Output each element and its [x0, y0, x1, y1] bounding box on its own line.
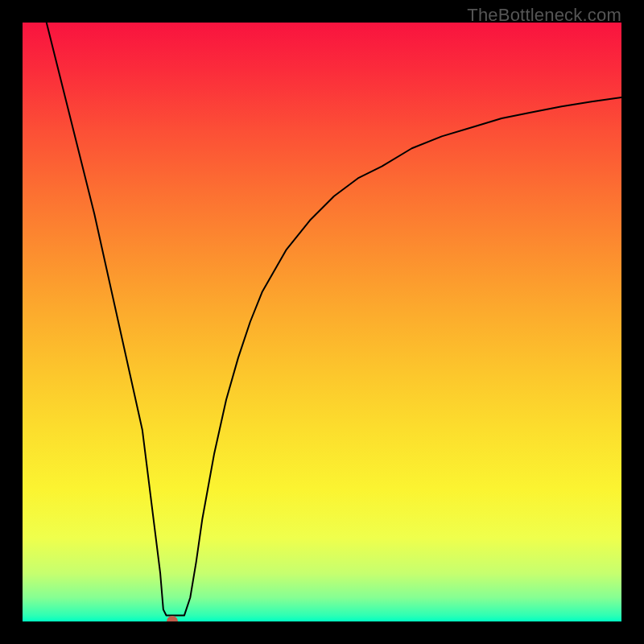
plot-area — [23, 23, 621, 621]
bottleneck-curve — [23, 23, 621, 621]
chart-frame: TheBottleneck.com — [0, 0, 644, 644]
